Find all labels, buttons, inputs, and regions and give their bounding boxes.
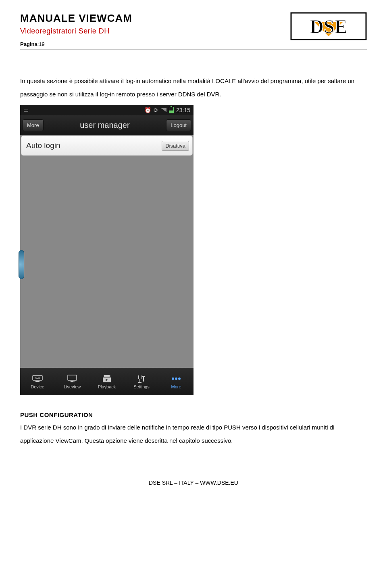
header-divider <box>20 50 367 50</box>
tab-playback[interactable]: Playback <box>89 368 124 395</box>
page-footer: DSE SRL – ITALY – WWW.DSE.EU <box>20 480 367 486</box>
auto-login-toggle[interactable]: Disattiva <box>162 141 189 151</box>
tab-label: Playback <box>98 384 116 389</box>
monitor-icon <box>67 374 78 384</box>
photo-icon: ▭ <box>23 107 29 113</box>
phone-screenshot: ▭ ⏰ ⟳ 23:15 More user manager Logout Aut… <box>20 105 194 395</box>
tab-label: Settings <box>133 384 150 389</box>
sync-icon: ⟳ <box>154 107 158 113</box>
alarm-icon: ⏰ <box>144 107 151 113</box>
manual-title: MANUALE VIEWCAM <box>20 12 132 25</box>
manual-subtitle: Videoregistratori Serie DH <box>20 27 132 35</box>
svg-point-14 <box>172 377 174 380</box>
tab-label: Liveview <box>64 384 81 389</box>
page-num-value: :19 <box>37 41 45 47</box>
battery-icon <box>169 107 174 113</box>
playback-icon <box>101 374 112 384</box>
logout-button[interactable]: Logout <box>166 119 191 131</box>
signal-icon <box>161 108 166 112</box>
svg-point-15 <box>175 377 177 380</box>
tab-device[interactable]: DVR Device <box>20 368 55 395</box>
push-config-body: I DVR serie DH sono in grado di inviare … <box>20 421 367 447</box>
app-topbar: More user manager Logout <box>20 115 194 135</box>
dse-logo: DSE <box>290 12 367 40</box>
push-config-heading: PUSH CONFIGURATION <box>20 411 367 418</box>
auto-login-label: Auto login <box>26 141 60 150</box>
auto-login-row: Auto login Disattiva <box>21 136 193 156</box>
svg-point-16 <box>178 377 181 380</box>
svg-rect-7 <box>71 381 73 382</box>
tab-liveview[interactable]: Liveview <box>55 368 89 395</box>
tab-settings[interactable]: Settings <box>124 368 159 395</box>
page-label: Pagina <box>20 41 37 47</box>
svg-text:DSE: DSE <box>310 16 347 37</box>
status-bar: ▭ ⏰ ⟳ 23:15 <box>20 105 194 115</box>
svg-text:DVR: DVR <box>35 377 40 379</box>
tab-more[interactable]: More <box>159 368 194 395</box>
settings-icon <box>136 374 147 384</box>
svg-rect-6 <box>68 375 77 380</box>
bottom-tabbar: DVR Device Liveview Playback Settings Mo… <box>20 368 194 395</box>
svg-rect-4 <box>35 381 40 382</box>
more-button[interactable]: More <box>23 119 44 131</box>
svg-rect-10 <box>103 375 104 377</box>
svg-rect-11 <box>110 375 111 377</box>
page-number: Pagina:19 <box>20 41 132 47</box>
side-drawer-handle[interactable] <box>19 250 24 279</box>
paragraph-intro: In questa sezione è possibile attivare i… <box>20 74 367 101</box>
more-icon <box>171 374 182 384</box>
screen-title: user manager <box>80 121 129 130</box>
device-icon: DVR <box>32 374 43 384</box>
status-time: 23:15 <box>176 107 190 113</box>
svg-rect-8 <box>70 382 75 382</box>
tab-label: More <box>171 384 181 389</box>
tab-label: Device <box>31 384 44 389</box>
